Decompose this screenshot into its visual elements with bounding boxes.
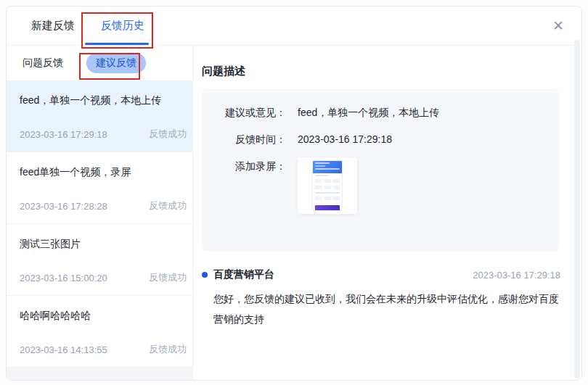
feedback-time: 2023-03-16 14:13:55 xyxy=(20,344,107,355)
feedback-status: 反馈成功 xyxy=(149,271,187,284)
feedback-status: 反馈成功 xyxy=(149,128,187,141)
list-item-partial[interactable] xyxy=(7,368,192,381)
phone-header xyxy=(313,161,342,173)
field-label-screen-recording: 添加录屏： xyxy=(216,160,286,214)
feedback-time: 2023-03-16 17:29:18 xyxy=(20,129,107,140)
feedback-list: feed，单独一个视频，本地上传 2023-03-16 17:29:18 反馈成… xyxy=(7,80,192,381)
field-value-time: 2023-03-16 17:29:18 xyxy=(298,133,392,146)
subtab-bar: 问题反馈 建议反馈 xyxy=(7,46,192,80)
active-tab-underline xyxy=(85,43,149,45)
feedback-list-panel: 问题反馈 建议反馈 feed，单独一个视频，本地上传 2023-03-16 17… xyxy=(7,46,193,381)
subtab-problem-feedback[interactable]: 问题反馈 xyxy=(23,57,63,70)
reply-time: 2023-03-16 17:29:18 xyxy=(473,270,560,281)
field-value-suggestion: feed，单独一个视频，本地上传 xyxy=(298,107,439,120)
feedback-time: 2023-03-16 17:28:28 xyxy=(20,201,107,212)
feedback-detail-panel: 问题描述 建议或意见： feed，单独一个视频，本地上传 反馈时间： 2023-… xyxy=(193,46,582,381)
phone-banner xyxy=(315,205,340,211)
subtab-suggestion-feedback[interactable]: 建议反馈 xyxy=(86,53,146,73)
dialog-tab-bar: 新建反馈 反馈历史 ✕ xyxy=(7,7,581,46)
reply-author: 百度营销平台 xyxy=(213,268,274,281)
official-reply: 百度营销平台 2023-03-16 17:29:18 您好，您反馈的建议已收到，… xyxy=(202,268,560,329)
list-item[interactable]: feed单独一个视频，录屏 2023-03-16 17:28:28 反馈成功 xyxy=(7,152,192,224)
screenshot-thumbnail[interactable] xyxy=(298,157,357,214)
close-icon[interactable]: ✕ xyxy=(552,19,564,33)
field-label-suggestion: 建议或意见： xyxy=(216,107,286,120)
feedback-status: 反馈成功 xyxy=(149,199,187,212)
mobile-app-screenshot-icon xyxy=(312,160,343,211)
feedback-title: feed，单独一个视频，本地上传 xyxy=(20,94,187,107)
list-item[interactable]: 哈哈啊哈哈哈哈 2023-03-16 14:13:55 反馈成功 xyxy=(7,296,192,368)
scrollbar-track[interactable] xyxy=(574,40,580,378)
feedback-time: 2023-03-16 15:00:20 xyxy=(20,273,107,283)
feedback-title: feed单独一个视频，录屏 xyxy=(20,166,187,179)
bullet-dot-icon xyxy=(202,272,208,278)
reply-message: 您好，您反馈的建议已收到，我们会在未来的升级中评估优化，感谢您对百度营销的支持 xyxy=(213,289,560,329)
tab-new-feedback[interactable]: 新建反馈 xyxy=(31,19,75,33)
feedback-status: 反馈成功 xyxy=(149,343,187,356)
detail-box: 建议或意见： feed，单独一个视频，本地上传 反馈时间： 2023-03-16… xyxy=(202,89,559,251)
field-label-time: 反馈时间： xyxy=(216,133,286,146)
phone-body xyxy=(313,173,342,204)
dialog-content: 问题反馈 建议反馈 feed，单独一个视频，本地上传 2023-03-16 17… xyxy=(7,46,581,381)
feedback-title: 哈哈啊哈哈哈哈 xyxy=(20,310,187,323)
section-title: 问题描述 xyxy=(202,65,560,78)
feedback-title: 测试三张图片 xyxy=(20,238,187,251)
tab-feedback-history[interactable]: 反馈历史 xyxy=(101,19,144,33)
list-item[interactable]: feed，单独一个视频，本地上传 2023-03-16 17:29:18 反馈成… xyxy=(7,80,192,152)
list-item[interactable]: 测试三张图片 2023-03-16 15:00:20 反馈成功 xyxy=(7,224,192,296)
feedback-dialog: 新建反馈 反馈历史 ✕ 问题反馈 建议反馈 feed，单独一个视频，本地上传 2… xyxy=(6,6,582,381)
